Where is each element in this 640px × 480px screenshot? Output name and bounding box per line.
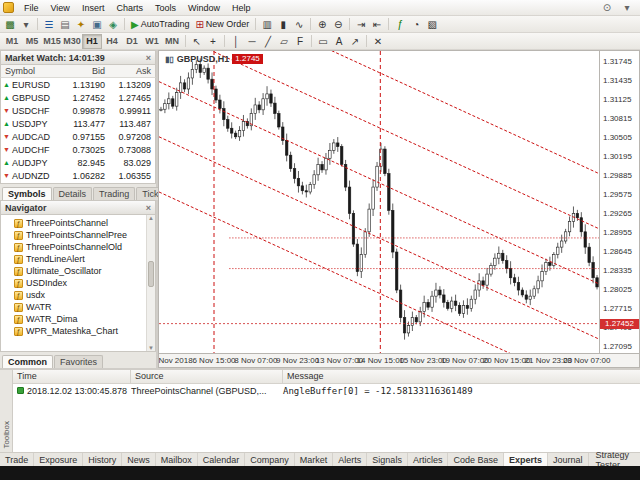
horizontal-line-button[interactable]: ─ — [244, 34, 260, 49]
scroll-down-icon[interactable]: ▼ — [147, 345, 155, 351]
tab-trade[interactable]: Trade — [0, 453, 34, 466]
navigator-item-watr[interactable]: ƒWATR — [1, 301, 155, 313]
new-order-button[interactable]: ⊞New Order — [192, 17, 252, 32]
profiles-button[interactable]: ▾ — [18, 17, 34, 32]
tab-market[interactable]: Market — [295, 453, 334, 466]
chart-candles-button[interactable]: ▮ — [275, 17, 291, 32]
column-ask[interactable]: Ask — [109, 66, 155, 76]
menu-insert[interactable]: Insert — [76, 2, 111, 14]
price-axis[interactable]: 1.317451.314351.311251.308151.305051.301… — [599, 51, 639, 355]
market-watch-row[interactable]: ▲AUDJPY82.94583.029 — [1, 156, 155, 169]
timeframe-w1[interactable]: W1 — [142, 34, 162, 49]
zoom-in-button[interactable]: ⊕ — [314, 17, 330, 32]
fibonacci-button[interactable]: F — [292, 34, 308, 49]
tab-articles[interactable]: Articles — [408, 453, 449, 466]
close-icon[interactable]: × — [146, 203, 151, 213]
timeframe-m1[interactable]: M1 — [2, 34, 22, 49]
strategy-tester-label[interactable]: Strategy Tester — [589, 453, 640, 466]
indicators-button[interactable]: ƒ — [392, 17, 408, 32]
auto-scroll-button[interactable]: ⇥ — [353, 17, 369, 32]
chart-plot[interactable] — [159, 51, 599, 355]
three-points-channel-lines[interactable] — [159, 51, 599, 355]
shapes-button[interactable]: ▭ — [315, 34, 331, 49]
periods-button[interactable]: ◔ — [408, 17, 424, 32]
tab-exposure[interactable]: Exposure — [34, 453, 83, 466]
timeframe-m5[interactable]: M5 — [22, 34, 42, 49]
market-watch-button[interactable]: ☰ — [41, 17, 57, 32]
chart-bars-button[interactable]: ▥ — [259, 17, 275, 32]
crosshair-button[interactable]: + — [205, 34, 221, 49]
timeframe-h4[interactable]: H4 — [102, 34, 122, 49]
text-button[interactable]: A — [331, 34, 347, 49]
navigator-item-trendlinealert[interactable]: ƒTrendLineAlert — [1, 253, 155, 265]
market-watch-row[interactable]: ▼AUDCAD0.971550.97208 — [1, 130, 155, 143]
log-column-source[interactable]: Source — [131, 370, 283, 383]
navigator-item-watr-dima[interactable]: ƒWATR_Dima — [1, 313, 155, 325]
tab-news[interactable]: News — [122, 453, 156, 466]
scroll-up-icon[interactable]: ▲ — [147, 215, 155, 221]
column-bid[interactable]: Bid — [63, 66, 109, 76]
tab-calendar[interactable]: Calendar — [198, 453, 246, 466]
tab-history[interactable]: History — [83, 453, 122, 466]
menu-file[interactable]: File — [18, 2, 45, 14]
tab-alerts[interactable]: Alerts — [333, 453, 367, 466]
tab-mailbox[interactable]: Mailbox — [156, 453, 198, 466]
autotrading-button[interactable]: ▶AutoTrading — [128, 17, 192, 32]
market-watch-titlebar[interactable]: Market Watch: 14:01:39 × — [0, 50, 156, 65]
timeframe-m30[interactable]: M30 — [62, 34, 82, 49]
navigator-item-usdindex[interactable]: ƒUSDIndex — [1, 277, 155, 289]
navigator-item-threepointschannelpree[interactable]: ƒThreePointsChannelPree — [1, 229, 155, 241]
navigator-item-wpr-mateshka-chart[interactable]: ƒWPR_Mateshka_Chart — [1, 325, 155, 337]
timeframe-h1[interactable]: H1 — [82, 34, 102, 49]
navigator-button[interactable]: ✦ — [73, 17, 89, 32]
trendline-button[interactable]: ╱ — [260, 34, 276, 49]
channel-button[interactable]: ▱ — [276, 34, 292, 49]
market-watch-row[interactable]: ▲GBPUSD1.274521.27465 — [1, 91, 155, 104]
data-window-button[interactable]: ▤ — [57, 17, 73, 32]
navigator-scrollbar[interactable]: ▲ ▼ — [146, 215, 155, 351]
tab-details[interactable]: Details — [53, 187, 93, 200]
navigator-item-usdx[interactable]: ƒusdx — [1, 289, 155, 301]
delete-objects-button[interactable]: ✕ — [370, 34, 386, 49]
timeframe-m15[interactable]: M15 — [42, 34, 62, 49]
market-watch-row[interactable]: ▼AUDCHF0.730250.73088 — [1, 143, 155, 156]
navigator-item-threepointschannelold[interactable]: ƒThreePointsChannelOld — [1, 241, 155, 253]
tab-experts[interactable]: Experts — [504, 453, 548, 466]
strategy-tester-button[interactable]: ◈ — [105, 17, 121, 32]
cursor-button[interactable]: ↖ — [189, 34, 205, 49]
community-icon[interactable]: ▾ — [619, 0, 635, 15]
navigator-item-ultimate-oscillator[interactable]: ƒUltimate_Oscillator — [1, 265, 155, 277]
chart-line-button[interactable]: ∿ — [291, 17, 307, 32]
log-column-time[interactable]: Time — [13, 370, 131, 383]
terminal-button[interactable]: ▣ — [89, 17, 105, 32]
tab-code-base[interactable]: Code Base — [448, 453, 504, 466]
tab-signals[interactable]: Signals — [367, 453, 408, 466]
tab-company[interactable]: Company — [245, 453, 295, 466]
templates-button[interactable]: ▧ — [424, 17, 440, 32]
column-symbol[interactable]: Symbol — [1, 66, 63, 76]
tab-trading[interactable]: Trading — [93, 187, 135, 200]
time-axis[interactable]: 5 Nov 20186 Nov 15:008 Nov 07:009 Nov 23… — [159, 353, 639, 367]
market-watch-row[interactable]: ▲EURUSD1.131901.13209 — [1, 78, 155, 91]
arrow-button[interactable]: ↗ — [347, 34, 363, 49]
timeframe-d1[interactable]: D1 — [122, 34, 142, 49]
scrollbar-thumb[interactable] — [148, 261, 154, 287]
vertical-line-button[interactable]: │ — [228, 34, 244, 49]
navigator-item-threepointschannel[interactable]: ƒThreePointsChannel — [1, 217, 155, 229]
toolbox-side-strip[interactable]: Toolbox — [0, 370, 13, 452]
log-column-message[interactable]: Message — [283, 370, 640, 383]
menu-view[interactable]: View — [45, 2, 76, 14]
navigator-titlebar[interactable]: Navigator × — [0, 200, 156, 215]
log-row[interactable]: 2018.12.02 13:00:45.878ThreePointsChanne… — [13, 384, 640, 397]
zoom-out-button[interactable]: ⊖ — [330, 17, 346, 32]
tab-journal[interactable]: Journal — [548, 453, 589, 466]
search-icon[interactable]: ⊙ — [599, 0, 615, 15]
menu-window[interactable]: Window — [182, 2, 226, 14]
menu-tools[interactable]: Tools — [149, 2, 182, 14]
market-watch-row[interactable]: ▼AUDNZD1.062821.06355 — [1, 169, 155, 182]
market-watch-row[interactable]: ▼USDCHF0.998780.99911 — [1, 104, 155, 117]
tab-favorites[interactable]: Favorites — [54, 355, 103, 368]
tab-symbols[interactable]: Symbols — [2, 187, 52, 200]
market-watch-row[interactable]: ▲USDJPY113.477113.487 — [1, 117, 155, 130]
tab-common[interactable]: Common — [2, 355, 53, 368]
